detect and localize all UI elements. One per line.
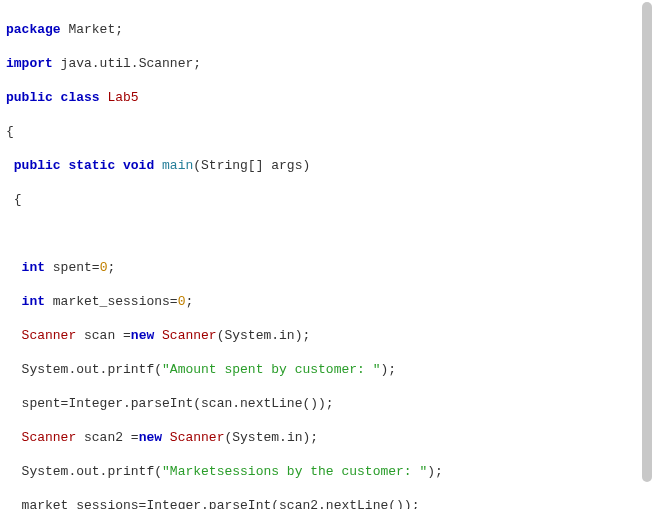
code-line: { [6, 191, 640, 208]
text: System.out.printf( [6, 362, 162, 377]
code-editor: package Market; import java.util.Scanner… [0, 0, 640, 509]
keyword: new [139, 430, 162, 445]
code-line: market_sessions=Integer.parseInt(scan2.n… [6, 497, 640, 509]
keyword: void [115, 158, 154, 173]
string: "Marketsessions by the customer: " [162, 464, 427, 479]
text: (String[] args) [193, 158, 310, 173]
text: scan2 = [76, 430, 138, 445]
text: (System.in); [224, 430, 318, 445]
code-line: spent=Integer.parseInt(scan.nextLine()); [6, 395, 640, 412]
text: System.out.printf( [6, 464, 162, 479]
keyword: int [6, 294, 45, 309]
code-line [6, 225, 640, 242]
code-line: public static void main(String[] args) [6, 157, 640, 174]
code-line: package Market; [6, 21, 640, 38]
text: java.util.Scanner; [53, 56, 201, 71]
keyword: public [6, 158, 61, 173]
classname: Scanner [154, 328, 216, 343]
code-line: int spent=0; [6, 259, 640, 276]
classname: Lab5 [100, 90, 139, 105]
text: spent= [45, 260, 100, 275]
string: "Amount spent by customer: " [162, 362, 380, 377]
code-line: System.out.printf("Marketsessions by the… [6, 463, 640, 480]
code-line: public class Lab5 [6, 89, 640, 106]
brace: { [6, 124, 14, 139]
method-name: main [154, 158, 193, 173]
code-line: System.out.printf("Amount spent by custo… [6, 361, 640, 378]
classname: Scanner [6, 430, 76, 445]
vertical-scrollbar[interactable] [642, 2, 652, 482]
keyword: import [6, 56, 53, 71]
keyword: public [6, 90, 53, 105]
code-line: { [6, 123, 640, 140]
keyword: static [61, 158, 116, 173]
text: ); [427, 464, 443, 479]
text: ); [380, 362, 396, 377]
classname: Scanner [162, 430, 224, 445]
text: ; [185, 294, 193, 309]
text: ; [107, 260, 115, 275]
code-line: import java.util.Scanner; [6, 55, 640, 72]
text: market_sessions=Integer.parseInt(scan2.n… [6, 498, 419, 509]
code-line: Scanner scan2 =new Scanner(System.in); [6, 429, 640, 446]
keyword: int [6, 260, 45, 275]
text: scan = [76, 328, 131, 343]
text: (System.in); [217, 328, 311, 343]
code-line: int market_sessions=0; [6, 293, 640, 310]
code-line: Scanner scan =new Scanner(System.in); [6, 327, 640, 344]
keyword: package [6, 22, 61, 37]
text: market_sessions= [45, 294, 178, 309]
text: Market; [61, 22, 123, 37]
classname: Scanner [6, 328, 76, 343]
brace: { [6, 192, 22, 207]
text: spent=Integer.parseInt(scan.nextLine()); [6, 396, 334, 411]
keyword: class [53, 90, 100, 105]
keyword: new [131, 328, 154, 343]
